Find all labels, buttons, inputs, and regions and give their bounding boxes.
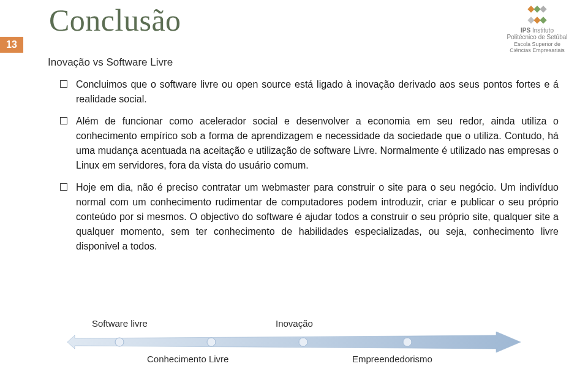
content-subtitle: Inovação vs Software Livre: [48, 56, 559, 69]
bullet-item: Hoje em dia, não é preciso contratar um …: [60, 180, 559, 254]
arrow-label-software-livre: Software livre: [92, 318, 148, 329]
process-arrow: Software livre Inovação Conhecimento Liv…: [67, 318, 521, 365]
bullet-item: Concluimos que o software livre ou open …: [60, 77, 559, 107]
svg-point-1: [115, 338, 124, 346]
logo-icon: [528, 4, 546, 26]
logo-text-ips: IPS InstitutoPolitécnico de Setúbal: [497, 27, 577, 40]
bullet-list: Concluimos que o software livre ou open …: [60, 77, 559, 254]
institution-logo: IPS InstitutoPolitécnico de Setúbal Esco…: [497, 4, 577, 54]
svg-point-3: [299, 338, 307, 346]
slide-title: Conclusão: [49, 2, 181, 38]
logo-text-school: Escola Superior deCiências Empresariais: [497, 42, 577, 54]
svg-point-4: [403, 338, 412, 346]
svg-marker-0: [67, 332, 521, 352]
arrow-icon: [67, 332, 521, 352]
slide-number: 13: [0, 37, 23, 53]
svg-point-2: [207, 338, 216, 346]
bullet-item: Além de funcionar como acelerador social…: [60, 114, 559, 173]
slide-content: Inovação vs Software Livre Concluimos qu…: [48, 56, 559, 261]
arrow-label-inovacao: Inovação: [276, 318, 313, 329]
arrow-label-conhecimento-livre: Conhecimento Livre: [147, 354, 228, 364]
arrow-label-empreendedorismo: Empreendedorismo: [352, 354, 432, 364]
